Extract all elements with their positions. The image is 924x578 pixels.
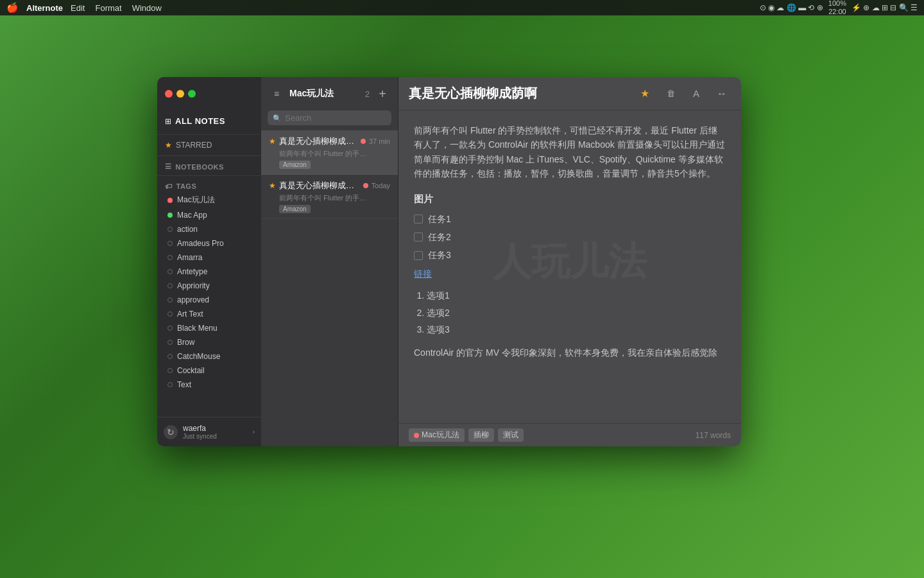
menubar: 🍎 Alternote Edit Format Window ⊙ ◉ ☁ 🌐 ▬… <box>0 0 924 15</box>
tag-dot <box>167 198 173 203</box>
section-image-title: 图片 <box>414 191 726 207</box>
sidebar-tags-list: Mac玩儿法Mac AppactionAmadeus ProAmarraAnte… <box>157 192 261 417</box>
tag-dot <box>167 368 173 373</box>
sidebar-tag-item[interactable]: action <box>157 222 261 236</box>
sidebar-tag-item[interactable]: Amarra <box>157 250 261 265</box>
sidebar-tag-item[interactable]: Black Menu <box>157 321 261 335</box>
checkbox[interactable] <box>414 251 423 260</box>
expand-button[interactable] <box>713 85 731 103</box>
sort-button[interactable] <box>269 86 284 101</box>
app-name[interactable]: Alternote <box>26 3 63 13</box>
sidebar-tag-item[interactable]: Brow <box>157 335 261 349</box>
word-count: 117 words <box>696 431 731 440</box>
footer-tag[interactable]: 插柳 <box>468 428 494 442</box>
content-link[interactable]: 链接 <box>414 268 432 279</box>
sidebar-notebooks-header[interactable]: NOTEBOOKS <box>157 159 261 173</box>
tag-dot <box>167 213 173 218</box>
apple-menu[interactable]: 🍎 <box>6 2 19 13</box>
todo-item[interactable]: 任务1 <box>414 212 726 226</box>
todo-item[interactable]: 任务2 <box>414 230 726 244</box>
menubar-icons: ⊙ ◉ ☁ 🌐 ▬ ⟲ ⊕ <box>760 3 823 12</box>
tags-label: TAGS <box>176 182 197 190</box>
sidebar-item-all-notes[interactable]: ALL NOTES <box>157 113 261 129</box>
list-item: 选项2 <box>427 306 726 320</box>
footer-tag-dot <box>414 433 419 438</box>
list-item: 选项3 <box>427 322 726 337</box>
sidebar-tag-item[interactable]: Cocktail <box>157 363 261 378</box>
todo-text: 任务3 <box>428 248 451 262</box>
tag-dot <box>167 255 173 260</box>
content-para-2: ControlAir 的官方 MV 令我印象深刻，软件本身免费，我在亲自体验后感… <box>414 346 726 360</box>
note-star-icon: ★ <box>269 137 276 146</box>
sidebar-tag-item[interactable]: Amadeus Pro <box>157 236 261 250</box>
user-name: waerfa <box>183 424 217 433</box>
note-list-item[interactable]: ★ 真是无心插柳柳成荫啊 37 min 前两年有个叫 Flutter 的手… A… <box>261 130 398 175</box>
note-time: 37 min <box>369 137 390 145</box>
sidebar-titlebar <box>157 77 261 110</box>
editor-title: 真是无心插柳柳成荫啊 <box>409 85 628 102</box>
content-para-1: 前两年有个叫 Flutter 的手势控制软件，可惜已经不再开发，最近 Flutt… <box>414 123 726 181</box>
sidebar-tag-item[interactable]: approved <box>157 293 261 307</box>
footer-tag[interactable]: 测试 <box>498 428 524 442</box>
star-button[interactable] <box>636 85 654 103</box>
trash-button[interactable] <box>662 85 680 103</box>
tag-dot <box>167 326 173 331</box>
checkbox[interactable] <box>414 215 423 223</box>
search-input[interactable] <box>285 113 393 123</box>
tag-name: Amarra <box>177 253 202 262</box>
tag-dot <box>167 283 173 288</box>
tag-name: CatchMouse <box>177 352 220 361</box>
maximize-button[interactable] <box>188 90 196 98</box>
note-item-header: ★ 真是无心插柳柳成… Today <box>269 180 390 191</box>
sidebar-tag-item[interactable]: Mac玩儿法 <box>157 192 261 208</box>
sidebar-divider-3 <box>157 175 261 176</box>
add-note-button[interactable] <box>375 86 390 101</box>
sidebar-tag-item[interactable]: Mac App <box>157 208 261 222</box>
font-button[interactable] <box>687 85 705 103</box>
menu-window[interactable]: Window <box>132 3 162 13</box>
tag-dot <box>167 382 173 387</box>
todo-item[interactable]: 任务3 <box>414 248 726 262</box>
tag-name: Text <box>177 380 191 389</box>
note-star-icon: ★ <box>269 181 276 190</box>
note-list-item[interactable]: ★ 真是无心插柳柳成… Today 前两年有个叫 Flutter 的手… Ama… <box>261 175 398 219</box>
footer-tag[interactable]: Mac玩儿法 <box>409 428 465 442</box>
sidebar-item-starred[interactable]: STARRED <box>157 137 261 153</box>
list-item: 选项1 <box>427 288 726 302</box>
tag-name: approved <box>177 295 209 304</box>
menubar-menus: Edit Format Window <box>71 3 162 13</box>
minimize-button[interactable] <box>176 90 184 98</box>
footer-tag-name: 测试 <box>503 430 518 441</box>
tag-dot <box>167 354 173 359</box>
sync-status: Just synced <box>183 433 217 440</box>
notes-search-bar[interactable] <box>268 110 391 125</box>
sidebar-tag-item[interactable]: CatchMouse <box>157 349 261 363</box>
sidebar-divider-1 <box>157 134 261 135</box>
sidebar-divider-2 <box>157 155 261 156</box>
menu-edit[interactable]: Edit <box>71 3 85 13</box>
editor-content[interactable]: 人玩儿法 前两年有个叫 Flutter 的手势控制软件，可惜已经不再开发，最近 … <box>398 110 741 423</box>
sidebar-tags-header[interactable]: TAGS <box>157 179 261 192</box>
note-tags-row: Amazon <box>269 205 390 213</box>
sidebar-tag-item[interactable]: Art Text <box>157 307 261 321</box>
sidebar-tag-item[interactable]: Antetype <box>157 265 261 279</box>
tag-dot <box>167 340 173 345</box>
sidebar-footer[interactable]: waerfa Just synced <box>157 417 261 446</box>
checkbox[interactable] <box>414 232 423 241</box>
tag-name: Art Text <box>177 310 203 319</box>
note-item-header: ★ 真是无心插柳柳成荫啊 37 min <box>269 136 390 147</box>
menu-format[interactable]: Format <box>95 3 121 13</box>
note-status-dot <box>363 183 368 188</box>
todo-text: 任务1 <box>428 212 451 226</box>
editor-toolbar: 真是无心插柳柳成荫啊 <box>398 77 741 110</box>
editor-footer: Mac玩儿法插柳测试 117 words <box>398 423 741 446</box>
close-button[interactable] <box>165 90 173 98</box>
sidebar-tag-item[interactable]: Appriority <box>157 279 261 293</box>
todo-text: 任务2 <box>428 230 451 244</box>
notes-panel-title: Mac玩儿法 <box>289 88 360 100</box>
note-tags-row: Amazon <box>269 161 390 169</box>
sidebar-tag-item[interactable]: Text <box>157 378 261 392</box>
tag-name: action <box>177 225 198 234</box>
todos-list: 任务1任务2任务3 <box>414 212 726 263</box>
sidebar-all-notes-section: ALL NOTES <box>157 110 261 132</box>
